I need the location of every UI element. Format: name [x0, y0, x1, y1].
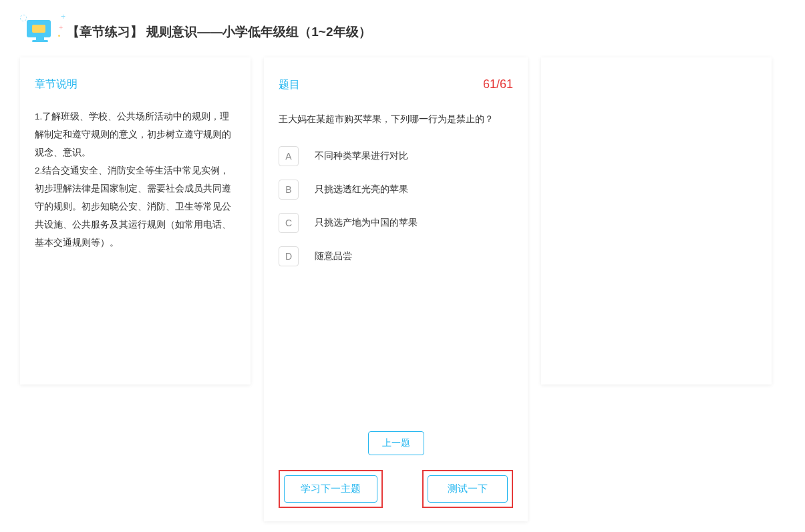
- monitor-icon: [27, 20, 51, 37]
- option-letter-c[interactable]: C: [279, 213, 299, 233]
- question-header: 题目 61/61: [279, 77, 513, 92]
- option-text: 只挑选透红光亮的苹果: [315, 184, 408, 196]
- next-topic-button[interactable]: 学习下一主题: [284, 475, 377, 503]
- option-letter-a[interactable]: A: [279, 146, 299, 166]
- option-text: 只挑选产地为中国的苹果: [315, 217, 418, 229]
- test-button[interactable]: 测试一下: [428, 475, 508, 503]
- page-header: + + 【章节练习】 规则意识——小学低年级组（1~2年级）: [0, 0, 805, 57]
- monitor-base-icon: [32, 40, 48, 42]
- option-letter-d[interactable]: D: [279, 246, 299, 266]
- option-row[interactable]: C 只挑选产地为中国的苹果: [279, 213, 513, 233]
- option-text: 随意品尝: [315, 250, 352, 262]
- option-letter-b[interactable]: B: [279, 180, 299, 200]
- deco-circle-icon: [20, 15, 27, 21]
- header-icon: + +: [27, 20, 53, 44]
- chapter-info-title: 章节说明: [35, 77, 236, 91]
- option-row[interactable]: A 不同种类苹果进行对比: [279, 146, 513, 166]
- chapter-info-body: 1.了解班级、学校、公共场所活动中的规则，理解制定和遵守规则的意义，初步树立遵守…: [35, 107, 236, 252]
- prev-question-button[interactable]: 上一题: [368, 431, 424, 455]
- question-counter: 61/61: [483, 77, 513, 91]
- bottom-buttons-row: 学习下一主题 测试一下: [279, 470, 513, 508]
- question-text: 王大妈在某超市购买苹果，下列哪一行为是禁止的？: [279, 111, 513, 127]
- question-section-title: 题目: [279, 78, 300, 92]
- right-panel: [541, 57, 772, 384]
- question-panel: 题目 61/61 王大妈在某超市购买苹果，下列哪一行为是禁止的？ A 不同种类苹…: [264, 57, 528, 521]
- deco-plus-icon: +: [59, 24, 63, 31]
- option-row[interactable]: B 只挑选透红光亮的苹果: [279, 180, 513, 200]
- option-row[interactable]: D 随意品尝: [279, 246, 513, 266]
- deco-dot-icon: [58, 35, 60, 37]
- chapter-info-panel: 章节说明 1.了解班级、学校、公共场所活动中的规则，理解制定和遵守规则的意义，初…: [20, 57, 251, 384]
- book-icon: [32, 25, 45, 33]
- option-text: 不同种类苹果进行对比: [315, 150, 408, 162]
- nav-row: 上一题: [279, 418, 513, 455]
- options-list: A 不同种类苹果进行对比 B 只挑选透红光亮的苹果 C 只挑选产地为中国的苹果 …: [279, 146, 513, 266]
- deco-plus-icon: +: [61, 12, 65, 21]
- content-container: 章节说明 1.了解班级、学校、公共场所活动中的规则，理解制定和遵守规则的意义，初…: [0, 57, 805, 521]
- highlight-box-right: 测试一下: [422, 470, 513, 508]
- page-title: 【章节练习】 规则意识——小学低年级组（1~2年级）: [67, 23, 371, 41]
- highlight-box-left: 学习下一主题: [279, 470, 383, 508]
